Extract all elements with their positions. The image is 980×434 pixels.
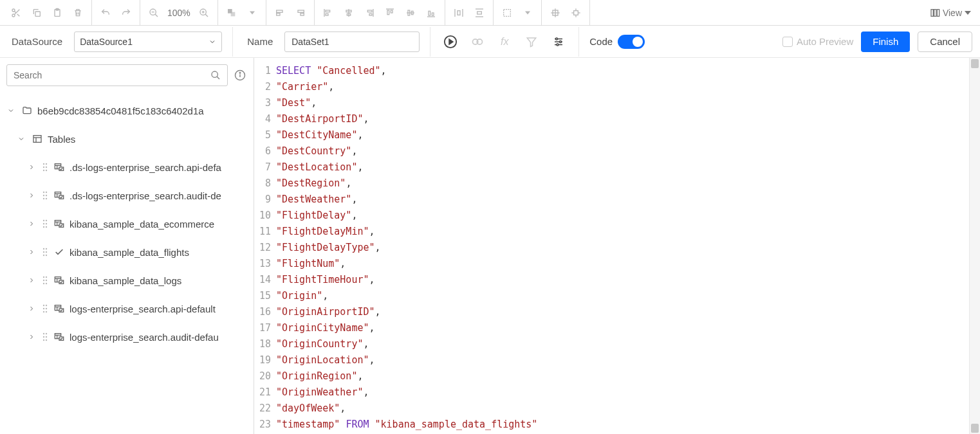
svg-rect-55	[934, 9, 936, 16]
svg-line-3	[17, 14, 20, 16]
table-icon	[53, 161, 66, 174]
align-center-button[interactable]	[339, 3, 358, 23]
svg-rect-49	[573, 10, 578, 15]
dataset-name-input[interactable]	[284, 32, 420, 52]
search-field[interactable]	[14, 70, 205, 80]
drag-handle-icon[interactable]	[41, 304, 49, 313]
scroll-down-button[interactable]	[971, 424, 979, 433]
code-line: 13"FlightNum",	[254, 256, 969, 272]
auto-preview-checkbox[interactable]: Auto Preview	[782, 36, 853, 47]
svg-rect-5	[35, 12, 40, 16]
redo-button[interactable]	[116, 3, 136, 23]
line-number: 22	[254, 401, 276, 417]
chevron-down-icon	[5, 105, 17, 116]
cancel-button[interactable]: Cancel	[918, 32, 972, 52]
drag-handle-icon[interactable]	[41, 191, 49, 200]
svg-point-126	[43, 311, 44, 312]
align-right-x-button[interactable]	[291, 3, 310, 23]
svg-point-106	[43, 248, 44, 249]
table-icon	[53, 302, 66, 315]
cut-button[interactable]	[6, 3, 26, 23]
info-button[interactable]	[233, 68, 247, 82]
crop-button[interactable]	[546, 3, 565, 23]
svg-rect-20	[300, 13, 304, 15]
svg-point-91	[46, 198, 47, 199]
undo-button[interactable]	[96, 3, 115, 23]
tree-table-node[interactable]: logs-enterprise_search.audit-defau	[0, 323, 254, 351]
code-content: "OriginWeather",	[276, 384, 369, 401]
line-number: 18	[254, 336, 276, 352]
finish-button[interactable]: Finish	[861, 32, 910, 52]
svg-rect-22	[326, 10, 330, 12]
svg-point-88	[43, 195, 44, 196]
focus-button[interactable]	[566, 3, 586, 23]
vertical-scrollbar[interactable]	[969, 58, 980, 434]
link-button[interactable]	[468, 32, 487, 51]
align-left-x-button[interactable]	[270, 3, 290, 23]
datasource-select[interactable]: DataSource1	[74, 32, 222, 52]
drag-handle-icon[interactable]	[41, 248, 49, 257]
tree-table-node[interactable]: .ds-logs-enterprise_search.audit-de	[0, 181, 254, 210]
drag-handle-icon[interactable]	[41, 219, 49, 228]
svg-point-77	[46, 163, 47, 165]
select-area-button[interactable]	[497, 3, 517, 23]
code-content: "timestamp" FROM "kibana_sample_data_fli…	[276, 417, 537, 433]
scroll-up-button[interactable]	[971, 59, 979, 68]
run-button[interactable]	[441, 32, 460, 51]
search-input[interactable]	[6, 64, 228, 86]
svg-point-65	[556, 38, 558, 40]
tree-table-node[interactable]: logs-enterprise_search.api-default	[0, 294, 254, 323]
zoom-out-button[interactable]	[144, 3, 163, 23]
code-editor[interactable]: 1SELECT "Cancelled",2"Carrier",3"Dest",4…	[254, 58, 969, 434]
align-middle-button[interactable]	[401, 3, 420, 23]
tree-table-node[interactable]: .ds-logs-enterprise_search.api-defa	[0, 153, 254, 181]
svg-rect-37	[429, 11, 430, 15]
delete-button[interactable]	[68, 3, 88, 23]
distribute-h-button[interactable]	[449, 3, 468, 23]
svg-point-98	[43, 223, 44, 224]
line-number: 16	[254, 304, 276, 320]
code-toggle[interactable]	[618, 35, 645, 49]
view-menu[interactable]: View	[923, 8, 977, 18]
align-bottom-button[interactable]	[421, 3, 441, 23]
svg-point-72	[239, 73, 241, 74]
svg-point-76	[43, 163, 44, 165]
line-number: 17	[254, 320, 276, 336]
checkbox-icon	[782, 37, 793, 47]
group-button[interactable]	[222, 3, 241, 23]
tree-db-node[interactable]: b6eb9cdc83854c0481f5c183c6402d1a	[0, 96, 254, 125]
chevron-right-icon	[26, 331, 37, 343]
svg-point-127	[46, 311, 47, 312]
code-content: "FlightTimeHour",	[276, 272, 375, 288]
align-left-button[interactable]	[319, 3, 338, 23]
drag-handle-icon[interactable]	[41, 332, 49, 341]
filter-button[interactable]	[522, 32, 541, 51]
chevron-right-icon	[26, 161, 37, 173]
tree-table-node[interactable]: kibana_sample_data_flights	[0, 238, 254, 266]
table-icon	[53, 274, 66, 287]
select-dropdown-icon[interactable]	[518, 3, 537, 23]
align-top-button[interactable]	[380, 3, 400, 23]
svg-point-79	[46, 167, 47, 168]
drag-handle-icon[interactable]	[41, 276, 49, 285]
copy-button[interactable]	[27, 3, 46, 23]
svg-point-112	[43, 276, 44, 278]
drag-handle-icon[interactable]	[41, 163, 49, 172]
svg-point-110	[43, 255, 44, 256]
tree-table-node[interactable]: kibana_sample_data_logs	[0, 266, 254, 294]
tree-tables-node[interactable]: Tables	[0, 125, 254, 153]
svg-point-101	[46, 226, 47, 228]
svg-point-81	[46, 170, 47, 171]
code-content: "DestLocation",	[276, 159, 363, 176]
svg-rect-17	[276, 10, 282, 12]
distribute-v-button[interactable]	[470, 3, 489, 23]
svg-rect-19	[298, 10, 304, 12]
svg-point-86	[43, 192, 44, 193]
align-right-button[interactable]	[360, 3, 379, 23]
zoom-in-button[interactable]	[194, 3, 214, 23]
paste-button[interactable]	[48, 3, 67, 23]
fx-button[interactable]: fx	[495, 32, 514, 51]
tree-table-node[interactable]: kibana_sample_data_ecommerce	[0, 210, 254, 238]
settings-sliders-button[interactable]	[549, 32, 568, 51]
group-dropdown-icon[interactable]	[243, 3, 262, 23]
